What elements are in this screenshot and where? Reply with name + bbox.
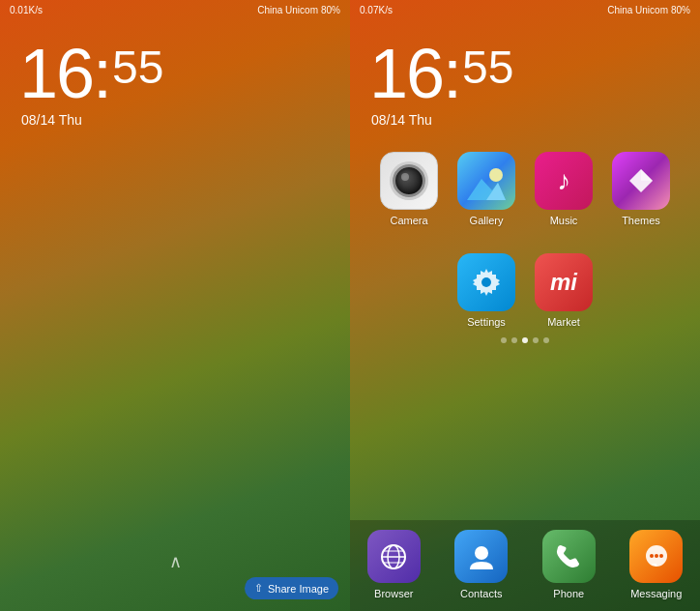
bottom-dock: Browser Contacts Phone: [350, 520, 700, 611]
app-grid-row2: Settings mi Market: [350, 253, 700, 328]
app-browser[interactable]: Browser: [367, 530, 421, 599]
right-phone: 0.07K/s China Unicom 80% 16 : 55 08/14 T…: [350, 0, 700, 611]
right-clock-hour: 16: [369, 39, 443, 108]
left-clock-time: 16 : 55: [19, 39, 331, 108]
music-note-icon: ♪: [557, 165, 570, 196]
camera-lens: [393, 164, 425, 197]
app-market[interactable]: mi Market: [530, 253, 598, 328]
browser-label: Browser: [374, 588, 413, 599]
messaging-label: Messaging: [630, 588, 682, 599]
browser-svg: [379, 542, 408, 571]
gallery-label: Gallery: [470, 215, 504, 226]
left-clock-colon: :: [93, 39, 112, 108]
dot-5: [543, 337, 549, 343]
gallery-svg: [467, 161, 506, 200]
gallery-icon-bg: [457, 152, 515, 210]
market-label: Market: [547, 316, 580, 328]
right-carrier: China Unicom: [607, 5, 668, 15]
dot-3-active: [522, 337, 528, 343]
dot-4: [533, 337, 539, 343]
left-battery: 80%: [321, 5, 340, 15]
page-dots: [350, 337, 700, 343]
svg-point-18: [659, 554, 663, 558]
svg-point-13: [475, 546, 488, 560]
messaging-svg: [642, 542, 671, 571]
contacts-svg: [467, 542, 496, 571]
music-icon-bg: ♪: [535, 152, 593, 210]
app-themes[interactable]: Themes: [607, 152, 675, 226]
right-battery: 80%: [671, 5, 690, 15]
svg-point-3: [489, 168, 503, 182]
app-grid-row1: Camera Gallery ♪ Music: [365, 152, 685, 240]
settings-icon-bg: [457, 253, 515, 311]
camera-icon-bg: [380, 152, 438, 210]
app-phone[interactable]: Phone: [542, 530, 596, 599]
right-clock-area: 16 : 55 08/14 Thu: [350, 19, 700, 132]
right-clock-time: 16 : 55: [369, 39, 681, 108]
left-battery-pct: 80%: [321, 5, 340, 15]
svg-marker-5: [641, 169, 653, 181]
themes-diamond-svg: [626, 165, 656, 196]
left-status-left: 0.01K/s: [10, 5, 43, 15]
contacts-icon-bg: [454, 530, 508, 583]
phone-label: Phone: [553, 588, 584, 599]
app-settings[interactable]: Settings: [452, 253, 520, 328]
svg-point-17: [655, 554, 658, 558]
svg-point-7: [481, 277, 491, 287]
phone-svg: [555, 543, 582, 570]
share-label: Share Image: [268, 583, 329, 595]
settings-label: Settings: [467, 316, 506, 328]
phone-icon-bg: [542, 530, 596, 583]
left-clock-hour: 16: [19, 39, 93, 108]
app-gallery[interactable]: Gallery: [452, 152, 520, 226]
right-status-left: 0.07K/s: [360, 5, 393, 15]
left-status-right: China Unicom 80%: [257, 5, 340, 15]
camera-label: Camera: [390, 215, 427, 226]
app-camera[interactable]: Camera: [375, 152, 443, 226]
app-contacts[interactable]: Contacts: [454, 530, 508, 599]
app-messaging[interactable]: Messaging: [629, 530, 683, 599]
left-status-bar: 0.01K/s China Unicom 80%: [0, 0, 350, 19]
dot-1: [501, 337, 507, 343]
svg-point-16: [650, 554, 654, 558]
share-image-button[interactable]: ⇧ Share Image: [245, 577, 338, 599]
swipe-up-indicator: ∧: [169, 551, 182, 572]
themes-icon-bg: [612, 152, 670, 210]
themes-label: Themes: [622, 215, 660, 226]
left-clock-minute: 55: [112, 44, 163, 91]
left-clock-area: 16 : 55 08/14 Thu: [0, 19, 350, 132]
right-clock-minute: 55: [462, 44, 513, 91]
right-status-right: China Unicom 80%: [607, 5, 690, 15]
left-speed: 0.01K/s: [10, 5, 43, 15]
browser-icon-bg: [367, 530, 421, 583]
music-label: Music: [550, 215, 578, 226]
right-clock-colon: :: [443, 39, 462, 108]
mi-logo-icon: mi: [550, 269, 577, 296]
market-icon-bg: mi: [535, 253, 593, 311]
left-phone: 0.01K/s China Unicom 80% 16 : 55 08/14 T…: [0, 0, 350, 611]
right-speed: 0.07K/s: [360, 5, 393, 15]
contacts-label: Contacts: [460, 588, 502, 599]
right-status-bar: 0.07K/s China Unicom 80%: [350, 0, 700, 19]
app-music[interactable]: ♪ Music: [530, 152, 598, 226]
dot-2: [511, 337, 517, 343]
messaging-icon-bg: [629, 530, 683, 583]
left-carrier: China Unicom: [257, 5, 318, 15]
settings-gear-svg: [471, 267, 502, 298]
share-icon: ⇧: [254, 582, 263, 595]
